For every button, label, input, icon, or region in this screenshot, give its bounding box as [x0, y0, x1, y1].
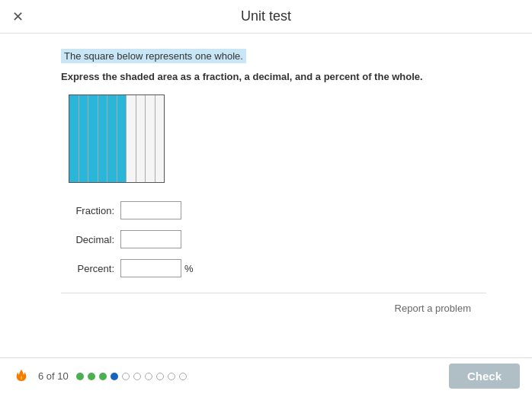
page-title: Unit test	[241, 8, 291, 24]
instruction-1: The square below represents one whole.	[61, 49, 246, 63]
fraction-row: Fraction:	[61, 201, 486, 219]
footer-left: 6 of 10	[12, 367, 187, 386]
progress-dot-6	[133, 373, 141, 380]
grid-col-1	[69, 95, 79, 182]
progress-dot-3	[99, 373, 107, 380]
progress-dots	[76, 373, 187, 380]
progress-dot-1	[76, 373, 84, 380]
decimal-row: Decimal:	[61, 230, 486, 248]
close-button[interactable]: ✕	[12, 10, 24, 24]
instruction-2: Express the shaded area as a fraction, a…	[61, 71, 486, 82]
report-row: Report a problem	[61, 303, 486, 314]
progress-dot-8	[156, 373, 164, 380]
progress-dot-10	[179, 373, 187, 380]
grid-visual	[69, 94, 165, 183]
grid-col-10	[155, 95, 165, 182]
grid-col-9	[146, 95, 155, 182]
grid-col-8	[136, 95, 146, 182]
progress-dot-9	[168, 373, 175, 380]
grid-col-2	[79, 95, 89, 182]
grid-col-7	[127, 95, 136, 182]
progress-dot-7	[145, 373, 152, 380]
grid-col-3	[88, 95, 98, 182]
decimal-input[interactable]	[120, 230, 181, 248]
progress-dot-4	[111, 373, 118, 380]
report-problem-link[interactable]: Report a problem	[395, 303, 471, 314]
grid-visual-container	[69, 94, 486, 183]
main-content: The square below represents one whole. E…	[0, 34, 532, 329]
grid-col-6	[117, 95, 127, 182]
percent-input[interactable]	[120, 259, 181, 277]
progress-dot-2	[88, 373, 95, 380]
percent-label: Percent:	[61, 263, 114, 274]
grid-col-4	[98, 95, 108, 182]
decimal-label: Decimal:	[61, 234, 114, 245]
header: ✕ Unit test	[0, 0, 532, 34]
fraction-input[interactable]	[120, 201, 181, 219]
footer: 6 of 10 Check	[0, 357, 532, 394]
check-button[interactable]: Check	[449, 364, 520, 389]
percent-symbol: %	[184, 263, 194, 274]
grid-col-5	[107, 95, 117, 182]
progress-text: 6 of 10	[38, 370, 69, 382]
streak-icon	[12, 367, 30, 386]
fraction-label: Fraction:	[61, 205, 114, 216]
progress-dot-5	[122, 373, 130, 380]
divider	[61, 293, 486, 293]
percent-row: Percent: %	[61, 259, 486, 277]
